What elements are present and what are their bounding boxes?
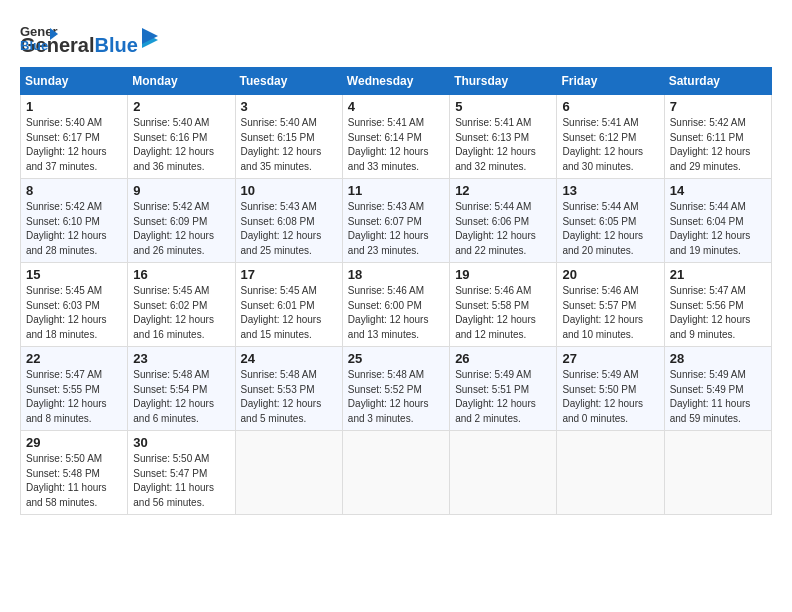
day-info: Sunrise: 5:48 AMSunset: 5:52 PMDaylight:… bbox=[348, 368, 444, 426]
day-number: 27 bbox=[562, 351, 658, 366]
day-number: 6 bbox=[562, 99, 658, 114]
day-number: 11 bbox=[348, 183, 444, 198]
day-cell bbox=[557, 431, 664, 515]
day-cell: 18Sunrise: 5:46 AMSunset: 6:00 PMDayligh… bbox=[342, 263, 449, 347]
col-header-tuesday: Tuesday bbox=[235, 68, 342, 95]
day-cell: 19Sunrise: 5:46 AMSunset: 5:58 PMDayligh… bbox=[450, 263, 557, 347]
day-number: 17 bbox=[241, 267, 337, 282]
week-row-4: 22Sunrise: 5:47 AMSunset: 5:55 PMDayligh… bbox=[21, 347, 772, 431]
day-number: 29 bbox=[26, 435, 122, 450]
day-cell: 23Sunrise: 5:48 AMSunset: 5:54 PMDayligh… bbox=[128, 347, 235, 431]
day-number: 20 bbox=[562, 267, 658, 282]
day-number: 1 bbox=[26, 99, 122, 114]
day-info: Sunrise: 5:49 AMSunset: 5:51 PMDaylight:… bbox=[455, 368, 551, 426]
day-info: Sunrise: 5:50 AMSunset: 5:48 PMDaylight:… bbox=[26, 452, 122, 510]
day-info: Sunrise: 5:41 AMSunset: 6:12 PMDaylight:… bbox=[562, 116, 658, 174]
day-info: Sunrise: 5:42 AMSunset: 6:09 PMDaylight:… bbox=[133, 200, 229, 258]
day-number: 8 bbox=[26, 183, 122, 198]
day-number: 15 bbox=[26, 267, 122, 282]
day-cell: 30Sunrise: 5:50 AMSunset: 5:47 PMDayligh… bbox=[128, 431, 235, 515]
svg-text:Blue: Blue bbox=[20, 38, 48, 53]
logo-blue: Blue bbox=[94, 34, 137, 57]
day-cell: 3Sunrise: 5:40 AMSunset: 6:15 PMDaylight… bbox=[235, 95, 342, 179]
day-cell: 11Sunrise: 5:43 AMSunset: 6:07 PMDayligh… bbox=[342, 179, 449, 263]
day-cell: 13Sunrise: 5:44 AMSunset: 6:05 PMDayligh… bbox=[557, 179, 664, 263]
day-cell: 2Sunrise: 5:40 AMSunset: 6:16 PMDaylight… bbox=[128, 95, 235, 179]
day-info: Sunrise: 5:47 AMSunset: 5:56 PMDaylight:… bbox=[670, 284, 766, 342]
day-info: Sunrise: 5:48 AMSunset: 5:54 PMDaylight:… bbox=[133, 368, 229, 426]
day-number: 28 bbox=[670, 351, 766, 366]
week-row-3: 15Sunrise: 5:45 AMSunset: 6:03 PMDayligh… bbox=[21, 263, 772, 347]
day-cell: 28Sunrise: 5:49 AMSunset: 5:49 PMDayligh… bbox=[664, 347, 771, 431]
day-number: 22 bbox=[26, 351, 122, 366]
day-cell: 1Sunrise: 5:40 AMSunset: 6:17 PMDaylight… bbox=[21, 95, 128, 179]
day-info: Sunrise: 5:46 AMSunset: 5:58 PMDaylight:… bbox=[455, 284, 551, 342]
day-cell: 14Sunrise: 5:44 AMSunset: 6:04 PMDayligh… bbox=[664, 179, 771, 263]
day-number: 18 bbox=[348, 267, 444, 282]
day-info: Sunrise: 5:40 AMSunset: 6:17 PMDaylight:… bbox=[26, 116, 122, 174]
day-info: Sunrise: 5:43 AMSunset: 6:07 PMDaylight:… bbox=[348, 200, 444, 258]
day-cell bbox=[450, 431, 557, 515]
day-cell: 27Sunrise: 5:49 AMSunset: 5:50 PMDayligh… bbox=[557, 347, 664, 431]
calendar-table: SundayMondayTuesdayWednesdayThursdayFrid… bbox=[20, 67, 772, 515]
day-info: Sunrise: 5:44 AMSunset: 6:06 PMDaylight:… bbox=[455, 200, 551, 258]
day-cell: 4Sunrise: 5:41 AMSunset: 6:14 PMDaylight… bbox=[342, 95, 449, 179]
day-cell: 21Sunrise: 5:47 AMSunset: 5:56 PMDayligh… bbox=[664, 263, 771, 347]
day-info: Sunrise: 5:47 AMSunset: 5:55 PMDaylight:… bbox=[26, 368, 122, 426]
day-number: 13 bbox=[562, 183, 658, 198]
header: General Blue General Blue bbox=[20, 20, 772, 57]
day-number: 16 bbox=[133, 267, 229, 282]
day-cell bbox=[235, 431, 342, 515]
day-cell: 25Sunrise: 5:48 AMSunset: 5:52 PMDayligh… bbox=[342, 347, 449, 431]
col-header-monday: Monday bbox=[128, 68, 235, 95]
day-number: 26 bbox=[455, 351, 551, 366]
col-header-saturday: Saturday bbox=[664, 68, 771, 95]
day-cell: 7Sunrise: 5:42 AMSunset: 6:11 PMDaylight… bbox=[664, 95, 771, 179]
day-info: Sunrise: 5:46 AMSunset: 5:57 PMDaylight:… bbox=[562, 284, 658, 342]
week-row-2: 8Sunrise: 5:42 AMSunset: 6:10 PMDaylight… bbox=[21, 179, 772, 263]
day-cell: 10Sunrise: 5:43 AMSunset: 6:08 PMDayligh… bbox=[235, 179, 342, 263]
day-info: Sunrise: 5:49 AMSunset: 5:49 PMDaylight:… bbox=[670, 368, 766, 426]
day-info: Sunrise: 5:40 AMSunset: 6:16 PMDaylight:… bbox=[133, 116, 229, 174]
col-header-thursday: Thursday bbox=[450, 68, 557, 95]
day-cell: 9Sunrise: 5:42 AMSunset: 6:09 PMDaylight… bbox=[128, 179, 235, 263]
col-header-friday: Friday bbox=[557, 68, 664, 95]
day-cell: 15Sunrise: 5:45 AMSunset: 6:03 PMDayligh… bbox=[21, 263, 128, 347]
day-cell: 12Sunrise: 5:44 AMSunset: 6:06 PMDayligh… bbox=[450, 179, 557, 263]
day-number: 10 bbox=[241, 183, 337, 198]
day-number: 23 bbox=[133, 351, 229, 366]
col-header-sunday: Sunday bbox=[21, 68, 128, 95]
day-number: 3 bbox=[241, 99, 337, 114]
day-info: Sunrise: 5:48 AMSunset: 5:53 PMDaylight:… bbox=[241, 368, 337, 426]
day-info: Sunrise: 5:46 AMSunset: 6:00 PMDaylight:… bbox=[348, 284, 444, 342]
day-number: 14 bbox=[670, 183, 766, 198]
day-number: 5 bbox=[455, 99, 551, 114]
day-cell bbox=[342, 431, 449, 515]
day-info: Sunrise: 5:44 AMSunset: 6:05 PMDaylight:… bbox=[562, 200, 658, 258]
day-info: Sunrise: 5:41 AMSunset: 6:14 PMDaylight:… bbox=[348, 116, 444, 174]
day-cell: 26Sunrise: 5:49 AMSunset: 5:51 PMDayligh… bbox=[450, 347, 557, 431]
day-cell: 6Sunrise: 5:41 AMSunset: 6:12 PMDaylight… bbox=[557, 95, 664, 179]
day-cell: 17Sunrise: 5:45 AMSunset: 6:01 PMDayligh… bbox=[235, 263, 342, 347]
header-row: SundayMondayTuesdayWednesdayThursdayFrid… bbox=[21, 68, 772, 95]
day-cell: 20Sunrise: 5:46 AMSunset: 5:57 PMDayligh… bbox=[557, 263, 664, 347]
day-info: Sunrise: 5:50 AMSunset: 5:47 PMDaylight:… bbox=[133, 452, 229, 510]
day-info: Sunrise: 5:45 AMSunset: 6:02 PMDaylight:… bbox=[133, 284, 229, 342]
day-info: Sunrise: 5:49 AMSunset: 5:50 PMDaylight:… bbox=[562, 368, 658, 426]
week-row-5: 29Sunrise: 5:50 AMSunset: 5:48 PMDayligh… bbox=[21, 431, 772, 515]
col-header-wednesday: Wednesday bbox=[342, 68, 449, 95]
day-number: 12 bbox=[455, 183, 551, 198]
day-info: Sunrise: 5:43 AMSunset: 6:08 PMDaylight:… bbox=[241, 200, 337, 258]
day-number: 2 bbox=[133, 99, 229, 114]
day-cell bbox=[664, 431, 771, 515]
day-number: 21 bbox=[670, 267, 766, 282]
day-info: Sunrise: 5:40 AMSunset: 6:15 PMDaylight:… bbox=[241, 116, 337, 174]
day-number: 19 bbox=[455, 267, 551, 282]
day-number: 9 bbox=[133, 183, 229, 198]
logo: General Blue General Blue bbox=[20, 20, 160, 57]
day-info: Sunrise: 5:42 AMSunset: 6:10 PMDaylight:… bbox=[26, 200, 122, 258]
day-number: 25 bbox=[348, 351, 444, 366]
day-number: 24 bbox=[241, 351, 337, 366]
day-info: Sunrise: 5:45 AMSunset: 6:01 PMDaylight:… bbox=[241, 284, 337, 342]
day-info: Sunrise: 5:45 AMSunset: 6:03 PMDaylight:… bbox=[26, 284, 122, 342]
